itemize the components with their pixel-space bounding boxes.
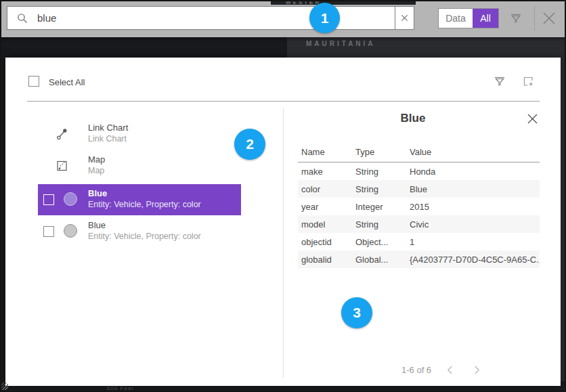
map-scale-label: 500 Feet [107,385,134,391]
clear-search-button[interactable] [395,7,414,29]
cell-name: make [298,167,352,177]
detail-close-icon[interactable] [527,113,538,125]
map-icon [56,159,69,173]
result-subtitle: Link Chart [88,134,127,144]
result-title: Blue [88,220,106,230]
callout-badge-3: 3 [341,297,372,328]
cell-type: Global... [352,255,406,265]
scope-all-button[interactable]: All [473,9,498,28]
link-chart-icon [56,127,69,141]
cell-value: Blue [406,184,540,194]
entity-circle-icon [64,224,77,238]
result-item-blue[interactable]: Blue Entity: Vehicle, Property: color [38,216,241,247]
previous-page-button[interactable] [441,364,458,376]
cell-type: String [352,167,406,177]
table-row: objectid Object... 1 [298,233,540,251]
panel-resize-handle[interactable] [1,383,8,390]
result-subtitle: Entity: Vehicle, Property: color [88,232,201,241]
entity-circle-icon [64,192,77,206]
select-all-checkbox[interactable] [28,76,39,87]
search-toolbar: WESTER Data All [0,0,566,37]
attribute-table-header: Name Type Value [298,142,540,162]
cell-type: Object... [352,237,406,247]
close-search-icon[interactable] [540,9,559,28]
result-checkbox[interactable] [43,226,54,237]
search-icon [17,13,28,24]
result-title: Link Chart [88,123,128,133]
select-all-label: Select All [49,77,85,87]
table-row: model String Civic [298,215,540,233]
detail-title: Blue [298,112,528,125]
table-row: year Integer 2015 [298,198,540,215]
table-row: color String Blue [298,180,540,198]
cell-type: Integer [352,202,406,212]
col-header-value: Value [406,147,540,157]
callout-badge-1: 1 [309,3,340,33]
cell-name: objectid [298,237,352,247]
next-page-button[interactable] [468,364,485,376]
table-row: make String Honda [298,162,540,180]
results-filter-icon[interactable] [493,74,506,88]
scope-toggle: Data All [438,8,499,28]
result-item-map[interactable]: Map Map [38,150,241,182]
pagination: 1-6 of 6 [401,364,485,376]
cell-type: String [352,184,406,194]
panel-vertical-divider [283,108,284,378]
panel-header-divider [27,101,540,102]
page-range-label: 1-6 of 6 [401,365,431,375]
cell-name: model [298,219,352,230]
result-subtitle: Map [88,166,104,175]
map-label-western-sahara: WESTER [271,0,416,5]
result-title: Map [88,154,105,165]
cell-name: color [298,184,352,194]
filter-icon[interactable] [509,12,523,25]
cell-value: Honda [406,167,540,177]
callout-badge-2: 2 [234,129,265,160]
cell-value: {A4203777-D70D-4C5C-9A65-C... [406,255,540,265]
table-row: globalid Global... {A4203777-D70D-4C5C-9… [298,251,540,268]
col-header-type: Type [352,147,406,157]
cell-value: 2015 [406,202,540,212]
cell-name: year [298,202,352,212]
toolbar-divider [534,6,535,31]
map-label-mauritania: MAURITANIA [306,40,376,47]
scope-data-button[interactable]: Data [439,9,473,28]
result-item-blue-selected[interactable]: Blue Entity: Vehicle, Property: color [38,184,241,215]
cell-name: globalid [298,255,352,265]
col-header-name: Name [298,147,352,157]
search-box[interactable] [7,6,414,30]
add-to-window-icon[interactable] [521,74,535,88]
search-results-panel: Select All Link Chart Link Chart [5,58,561,386]
cell-type: String [352,219,406,230]
result-item-link-chart[interactable]: Link Chart Link Chart [38,118,241,150]
result-subtitle: Entity: Vehicle, Property: color [88,200,201,209]
cell-value: Civic [406,219,540,230]
result-checkbox[interactable] [43,194,54,205]
clear-x-icon [401,12,408,24]
attribute-table: Name Type Value make String Honda color … [298,142,540,268]
cell-value: 1 [406,237,540,247]
result-title: Blue [88,188,107,198]
